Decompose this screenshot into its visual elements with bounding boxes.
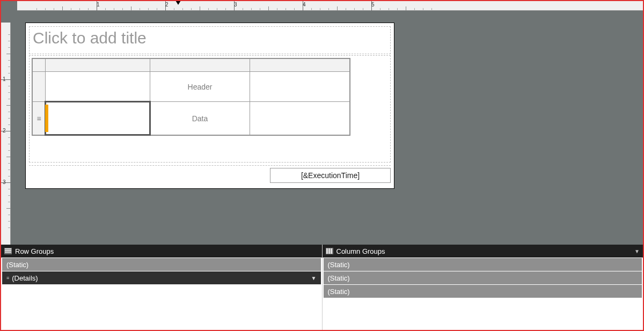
row-groups-icon bbox=[4, 248, 12, 254]
svg-rect-6 bbox=[328, 248, 330, 254]
row-group-item[interactable]: (Static) bbox=[2, 258, 321, 271]
tablix-header-cell[interactable]: Header bbox=[150, 72, 250, 102]
column-groups-title: Column Groups bbox=[336, 247, 385, 255]
tablix-header-cell[interactable] bbox=[46, 72, 150, 102]
tablix-corner[interactable] bbox=[33, 59, 46, 72]
column-group-item[interactable]: (Static) bbox=[324, 258, 642, 271]
row-groups-list: (Static)≡(Details)▼ bbox=[1, 258, 322, 285]
selection-outline bbox=[45, 101, 151, 136]
report-body[interactable]: Header ≡ Data bbox=[29, 55, 391, 163]
svg-rect-7 bbox=[331, 248, 332, 254]
group-item-menu-button[interactable]: ▼ bbox=[311, 275, 317, 281]
group-item-label: (Static) bbox=[328, 288, 350, 296]
tablix-column-header[interactable] bbox=[46, 59, 150, 72]
tablix-data-cell[interactable]: Data bbox=[150, 102, 250, 135]
row-group-item[interactable]: ≡(Details)▼ bbox=[2, 271, 321, 284]
column-groups-icon bbox=[326, 248, 333, 254]
ruler-cursor-indicator bbox=[175, 1, 181, 5]
column-group-item[interactable]: (Static) bbox=[324, 285, 642, 298]
group-item-label: (Static) bbox=[6, 261, 28, 269]
svg-rect-1 bbox=[5, 248, 11, 249]
column-groups-panel: Column Groups ▼ (Static)(Static)(Static) bbox=[323, 245, 643, 330]
row-groups-header: Row Groups bbox=[1, 245, 322, 258]
svg-rect-5 bbox=[326, 248, 328, 254]
tablix-row-handle[interactable] bbox=[33, 72, 46, 102]
details-group-icon: ≡ bbox=[6, 275, 9, 281]
group-item-label: (Details) bbox=[12, 274, 38, 282]
tablix[interactable]: Header ≡ Data bbox=[32, 58, 350, 136]
column-groups-list: (Static)(Static)(Static) bbox=[323, 258, 643, 298]
report-design-surface[interactable]: 12345 123 Click to add title bbox=[1, 1, 643, 245]
column-groups-header: Column Groups ▼ bbox=[323, 245, 643, 258]
report-title-placeholder[interactable]: Click to add title bbox=[29, 26, 391, 54]
horizontal-ruler: 12345 bbox=[17, 1, 643, 11]
report-footer[interactable]: [&ExecutionTime] bbox=[29, 165, 391, 185]
tablix-data-cell-selected[interactable] bbox=[46, 102, 150, 135]
group-item-label: (Static) bbox=[328, 274, 350, 282]
tablix-header-cell[interactable] bbox=[250, 72, 350, 102]
column-group-item[interactable]: (Static) bbox=[324, 271, 642, 284]
tablix-data-cell[interactable] bbox=[250, 102, 350, 135]
tablix-column-header[interactable] bbox=[250, 59, 350, 72]
report-page[interactable]: Click to add title Header bbox=[25, 23, 394, 189]
tablix-column-header[interactable] bbox=[150, 59, 250, 72]
tablix-row-handle-details[interactable]: ≡ bbox=[33, 102, 46, 135]
grouping-pane: Row Groups (Static)≡(Details)▼ Column Gr… bbox=[1, 245, 643, 330]
svg-rect-2 bbox=[5, 250, 11, 251]
vertical-ruler: 123 bbox=[1, 23, 11, 245]
row-groups-panel: Row Groups (Static)≡(Details)▼ bbox=[1, 245, 323, 330]
row-groups-title: Row Groups bbox=[15, 247, 54, 255]
svg-rect-3 bbox=[5, 252, 11, 253]
group-item-label: (Static) bbox=[328, 261, 350, 269]
execution-time-textbox[interactable]: [&ExecutionTime] bbox=[270, 168, 391, 183]
grouping-pane-menu-button[interactable]: ▼ bbox=[634, 248, 640, 254]
